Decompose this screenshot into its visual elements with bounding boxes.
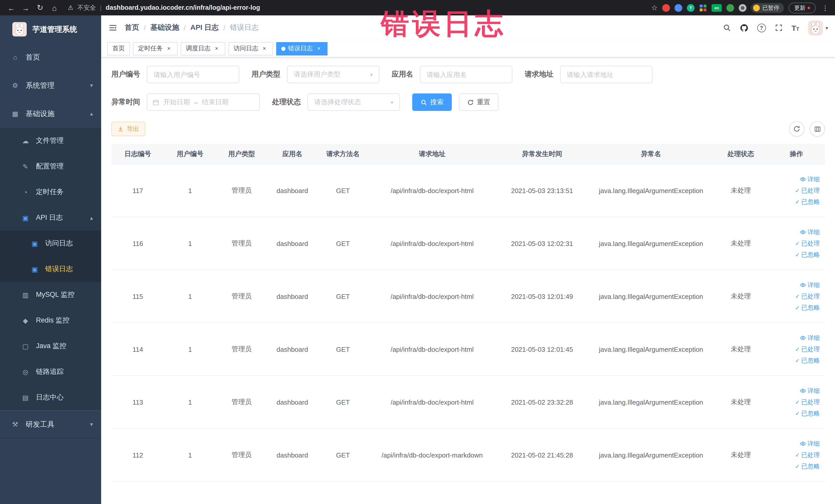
close-icon[interactable]: × (315, 45, 322, 52)
extension-icon-green[interactable] (727, 4, 734, 12)
detail-link[interactable]: 详细 (800, 228, 820, 237)
paused-badge[interactable]: 已暂停 (751, 3, 784, 13)
tab-scheduled-jobs[interactable]: 定时任务 × (133, 42, 178, 55)
detail-link[interactable]: 详细 (800, 334, 820, 342)
logo-rabbit-avatar (12, 22, 27, 37)
tab-access-log[interactable]: 访问日志 × (228, 42, 273, 55)
cell-exception-name: java.lang.IllegalArgumentException (588, 187, 714, 194)
mark-ignored-link[interactable]: ✓已忽略 (795, 409, 820, 418)
mark-processed-link[interactable]: ✓已处理 (795, 450, 820, 459)
column-settings-button[interactable] (810, 121, 825, 137)
breadcrumb-separator: / (184, 24, 186, 32)
cell-method: GET (317, 240, 369, 247)
sidebar-item-file-management[interactable]: ☁ 文件管理 (0, 128, 101, 154)
sidebar-item-java-monitor[interactable]: ▢ Java 监控 (0, 333, 101, 359)
user-menu[interactable]: ▾ (808, 20, 828, 35)
tab-home[interactable]: 首页 (107, 42, 130, 55)
extension-icon-on[interactable]: on (712, 4, 722, 12)
detail-link[interactable]: 详细 (800, 175, 820, 184)
logo[interactable]: 芋道管理系统 (0, 15, 101, 43)
sidebar-item-log-center[interactable]: ▤ 日志中心 (0, 385, 101, 410)
github-icon[interactable] (739, 23, 748, 32)
filter-row-1: 用户编号 用户类型 请选择用户类型 ▾ 应用名 (111, 66, 825, 83)
process-status-select[interactable]: 请选择处理状态 ▾ (307, 94, 400, 111)
chevron-down-icon: ▾ (826, 25, 828, 31)
sidebar-item-config-management[interactable]: ✎ 配置管理 (0, 154, 101, 179)
start-date-placeholder: 开始日期 (163, 98, 190, 107)
cell-request-url: /api/infra/db-doc/export-markdown (369, 451, 496, 459)
sidebar-item-tracing[interactable]: ◎ 链路追踪 (0, 359, 101, 385)
table-toolbar: 导出 (111, 121, 825, 137)
mark-ignored-link[interactable]: ✓已忽略 (795, 303, 820, 312)
extension-icon-red[interactable] (662, 4, 670, 12)
sidebar-item-api-logs[interactable]: ▣ API 日志 ▴ (0, 205, 101, 230)
help-icon[interactable]: ? (757, 23, 766, 32)
sidebar-item-access-log[interactable]: ▣ 访问日志 (0, 230, 101, 256)
close-icon[interactable]: × (165, 45, 172, 52)
extension-icon-blue[interactable] (675, 4, 682, 12)
font-size-icon[interactable]: TT (791, 23, 799, 32)
sidebar-item-dev-tools[interactable]: ⚒ 研发工具 ▾ (0, 410, 101, 439)
cell-request-url: /api/infra/db-doc/export-html (369, 345, 496, 353)
user-id-input[interactable] (147, 66, 239, 83)
cell-user-id: 1 (164, 187, 216, 194)
sidebar-item-infrastructure[interactable]: ▦ 基础设施 ▴ (0, 100, 101, 128)
cell-exception-name: java.lang.IllegalArgumentException (588, 240, 714, 247)
reload-button[interactable]: ↻ (34, 3, 46, 12)
user-id-label: 用户编号 (111, 70, 140, 79)
extension-icon-grid[interactable] (699, 4, 707, 12)
mark-processed-link[interactable]: ✓已处理 (795, 292, 820, 301)
search-button[interactable]: 搜索 (412, 94, 452, 111)
browser-toolbar-right: ☆ Y on 已暂停 更新 ⋮ (651, 2, 830, 13)
forward-button[interactable]: → (20, 3, 32, 12)
mark-ignored-link[interactable]: ✓已忽略 (795, 462, 820, 471)
cell-request-url: /api/infra/db-doc/export-html (369, 398, 496, 406)
sidebar-item-redis-monitor[interactable]: ◆ Redis 监控 (0, 308, 101, 333)
update-button[interactable]: 更新 (789, 2, 816, 13)
fullscreen-icon[interactable] (774, 24, 782, 32)
mark-processed-link[interactable]: ✓已处理 (795, 186, 820, 195)
detail-link[interactable]: 详细 (800, 386, 820, 395)
breadcrumb-home[interactable]: 首页 (125, 23, 139, 32)
home-button[interactable]: ⌂ (48, 3, 61, 12)
close-icon[interactable]: × (213, 45, 220, 52)
cell-app-name: dashboard (267, 187, 317, 194)
address-bar[interactable]: ⚠ 不安全 | dashboard.yudao.iocoder.cn/infra… (68, 3, 644, 12)
breadcrumb-infrastructure[interactable]: 基础设施 (150, 23, 179, 32)
back-button[interactable]: ← (5, 3, 18, 12)
exception-time-range-picker[interactable]: 开始日期 – 结束日期 (147, 94, 260, 111)
hamburger-icon[interactable] (108, 23, 118, 32)
mark-ignored-link[interactable]: ✓已忽略 (795, 356, 820, 365)
extension-icon-y[interactable]: Y (687, 4, 695, 12)
bookmark-star-icon[interactable]: ☆ (651, 4, 658, 12)
mark-processed-link[interactable]: ✓已处理 (795, 239, 820, 248)
tab-error-log[interactable]: 错误日志 × (276, 42, 328, 55)
export-button[interactable]: 导出 (111, 122, 145, 136)
detail-link[interactable]: 详细 (800, 281, 820, 289)
user-type-select[interactable]: 请选择用户类型 ▾ (287, 66, 380, 83)
refresh-button[interactable] (789, 121, 805, 137)
check-icon: ✓ (795, 187, 799, 194)
search-icon[interactable] (722, 24, 731, 32)
database-icon: ▥ (21, 291, 30, 299)
breadcrumb-api-logs[interactable]: API 日志 (190, 23, 219, 32)
mark-processed-link[interactable]: ✓已处理 (795, 345, 820, 354)
sidebar-item-scheduled-jobs[interactable]: ◔ 定时任务 (0, 179, 101, 205)
mark-ignored-link[interactable]: ✓已忽略 (795, 250, 820, 259)
app-name-input[interactable] (420, 66, 512, 83)
sidebar-item-error-log[interactable]: ▣ 错误日志 (0, 256, 101, 282)
sidebar-item-mysql-monitor[interactable]: ▥ MySQL 监控 (0, 282, 101, 308)
mark-ignored-link[interactable]: ✓已忽略 (795, 198, 820, 206)
mark-processed-link[interactable]: ✓已处理 (795, 398, 820, 406)
sidebar-item-system-management[interactable]: ⚙ 系统管理 ▾ (0, 72, 101, 100)
tab-dispatch-log[interactable]: 调度日志 × (181, 42, 225, 55)
close-icon[interactable]: × (261, 45, 268, 52)
browser-menu-icon[interactable]: ⋮ (820, 4, 830, 12)
detail-link[interactable]: 详细 (800, 439, 820, 448)
extension-icon-paw[interactable] (739, 4, 747, 12)
request-url-input[interactable] (560, 66, 652, 83)
paw-icon (741, 6, 745, 9)
reset-button[interactable]: 重置 (459, 94, 498, 111)
cell-exception-name: java.lang.IllegalArgumentException (588, 398, 714, 406)
sidebar-item-home[interactable]: ⌂ 首页 (0, 43, 101, 72)
